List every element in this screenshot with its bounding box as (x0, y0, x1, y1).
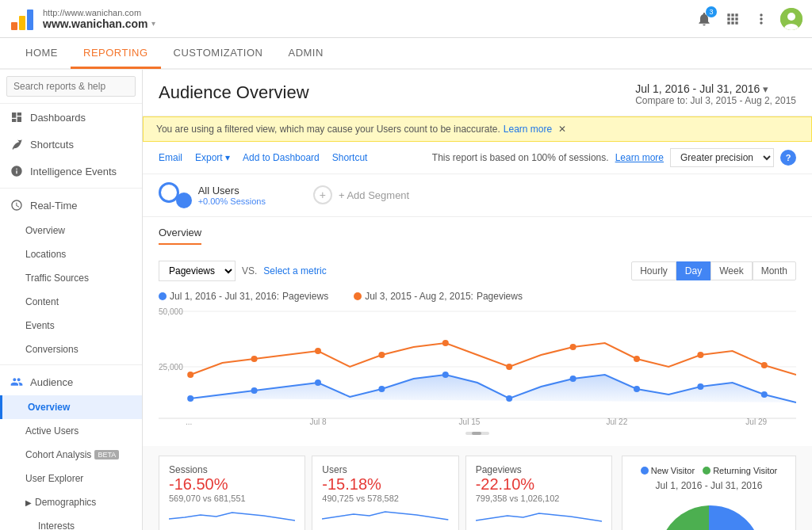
sidebar-realtime-overview-label: Overview (25, 225, 65, 236)
sidebar-item-intelligence[interactable]: Intelligence Events (0, 158, 142, 185)
help-icon[interactable]: ? (780, 150, 796, 166)
sidebar-item-aud-overview[interactable]: Overview (0, 395, 142, 419)
segments-bar: All Users +0.00% Sessions + + Add Segmen… (143, 174, 812, 217)
sidebar-realtime-locations-label: Locations (25, 249, 66, 260)
metric-sparkline-users (322, 503, 448, 523)
week-button[interactable]: Week (710, 261, 752, 280)
metric-card-pageviews: Pageviews -22.10% 799,358 vs 1,026,102 (465, 456, 612, 530)
pie-title: Jul 1, 2016 - Jul 31, 2016 (656, 480, 763, 491)
sidebar-realtime-events-label: Events (25, 320, 55, 331)
top-bar: http://www.wanichan.com www.wanichan.com… (0, 0, 812, 38)
content-area: Audience Overview Jul 1, 2016 - Jul 31, … (143, 70, 812, 530)
nav-customization[interactable]: CUSTOMIZATION (161, 39, 276, 69)
add-dashboard-button[interactable]: Add to Dashboard (243, 152, 320, 163)
search-input[interactable] (6, 76, 136, 97)
metric-card-users: Users -15.18% 490,725 vs 578,582 (312, 456, 458, 530)
nav-home[interactable]: HOME (13, 39, 71, 69)
metrics-grid: Sessions -16.50% 569,070 vs 681,551 User… (159, 456, 612, 530)
date-caret-icon[interactable]: ▾ (763, 83, 768, 95)
page-title: Audience Overview (159, 82, 309, 103)
svg-point-24 (378, 352, 385, 358)
svg-point-17 (570, 376, 576, 382)
domain-caret[interactable]: ▾ (151, 19, 155, 28)
sidebar-realtime-content-label: Content (25, 296, 59, 307)
add-segment-button[interactable]: + + Add Segment (313, 185, 409, 204)
svg-point-26 (506, 364, 512, 370)
nav-admin[interactable]: ADMIN (275, 39, 335, 69)
svg-rect-37 (472, 432, 481, 435)
metric-name-pageviews: Pageviews (476, 464, 602, 475)
hourly-button[interactable]: Hourly (631, 261, 676, 280)
legend-item-2016: Jul 1, 2016 - Jul 31, 2016: Pageviews (159, 291, 328, 302)
metric-value-sessions: -16.50% (169, 475, 295, 494)
svg-point-25 (442, 340, 449, 346)
date-range: Jul 1, 2016 - Jul 31, 2016 ▾ Compare to:… (635, 82, 796, 106)
dashboards-icon (10, 110, 24, 124)
sidebar-item-demographics[interactable]: ▶ Demographics (0, 490, 142, 514)
svg-point-27 (570, 344, 576, 350)
segment-sessions: +0.00% Sessions (198, 196, 266, 206)
svg-text:Jul 22: Jul 22 (606, 418, 627, 426)
metric-sparkline-sessions (169, 503, 295, 523)
notification-icon[interactable]: 3 (695, 10, 714, 29)
pie-dot-returning (703, 467, 710, 475)
filter-close-button[interactable]: ✕ (558, 124, 566, 135)
svg-point-22 (251, 356, 258, 362)
svg-point-20 (761, 391, 768, 398)
metric-select[interactable]: Pageviews (159, 261, 236, 281)
export-button[interactable]: Export ▾ (195, 152, 230, 163)
pie-legend-new: New Visitor (641, 466, 695, 475)
nav-reporting[interactable]: REPORTING (71, 39, 161, 69)
select-metric-link[interactable]: Select a metric (263, 265, 326, 276)
sidebar-item-cohort[interactable]: Cohort Analysis BETA (0, 443, 142, 467)
day-button[interactable]: Day (676, 261, 710, 280)
sidebar-item-audience[interactable]: Audience (0, 368, 142, 395)
sidebar-item-realtime-locations[interactable]: Locations (0, 242, 142, 266)
sidebar-item-realtime-content[interactable]: Content (0, 290, 142, 314)
svg-rect-1 (19, 16, 25, 30)
shortcut-button[interactable]: Shortcut (332, 152, 368, 163)
sidebar-item-realtime-overview[interactable]: Overview (0, 219, 142, 242)
month-button[interactable]: Month (753, 261, 796, 280)
sidebar-item-user-explorer[interactable]: User Explorer (0, 467, 142, 490)
metric-sparkline-pageviews (476, 503, 602, 523)
metric-compare-users: 490,725 vs 578,582 (322, 494, 448, 503)
sidebar-item-realtime-conversions[interactable]: Conversions (0, 337, 142, 361)
cohort-badge: BETA (94, 450, 119, 459)
sidebar-item-realtime[interactable]: Real-Time (0, 192, 142, 219)
user-avatar[interactable] (780, 8, 802, 30)
sidebar-item-dashboards[interactable]: Dashboards (0, 104, 142, 131)
metric-name-sessions: Sessions (169, 464, 295, 475)
realtime-icon (10, 198, 24, 212)
sidebar-item-realtime-traffic-sources[interactable]: Traffic Sources (0, 266, 142, 290)
site-domain: www.wanichan.com (43, 17, 148, 30)
vs-label: VS. (242, 265, 257, 276)
segment-name: All Users (198, 185, 266, 196)
pie-segment-returning (659, 505, 709, 530)
svg-text:25,000: 25,000 (159, 363, 183, 372)
metric-value-pageviews: -22.10% (476, 475, 602, 494)
sidebar-search-container (0, 70, 142, 104)
learn-more-link[interactable]: Learn more (615, 152, 664, 163)
sidebar: Dashboards Shortcuts Intelligence Events… (0, 70, 143, 530)
svg-point-30 (761, 362, 768, 368)
sidebar-item-shortcuts[interactable]: Shortcuts (0, 131, 142, 158)
apps-icon[interactable] (723, 10, 742, 29)
toolbar-right: This report is based on 100% of sessions… (432, 148, 796, 167)
svg-text:Jul 15: Jul 15 (459, 418, 481, 426)
bottom-section: Sessions -16.50% 569,070 vs 681,551 User… (143, 446, 812, 530)
precision-select[interactable]: Greater precision (670, 148, 774, 167)
overview-tab[interactable]: Overview (159, 227, 201, 245)
sidebar-dashboards-label: Dashboards (30, 112, 86, 124)
filter-learn-more-link[interactable]: Learn more (504, 124, 552, 135)
notification-badge: 3 (706, 6, 717, 17)
svg-text:...: ... (186, 418, 192, 426)
filter-banner-text: You are using a filtered view, which may… (156, 124, 500, 135)
sidebar-item-active-users[interactable]: Active Users (0, 419, 142, 443)
legend-label-2015: Jul 3, 2015 - Aug 2, 2015: (365, 291, 473, 302)
sidebar-item-realtime-events[interactable]: Events (0, 314, 142, 337)
email-button[interactable]: Email (159, 152, 182, 163)
more-icon[interactable] (752, 10, 771, 29)
sidebar-shortcuts-label: Shortcuts (30, 139, 74, 151)
sidebar-item-interests[interactable]: Interests (0, 514, 142, 530)
